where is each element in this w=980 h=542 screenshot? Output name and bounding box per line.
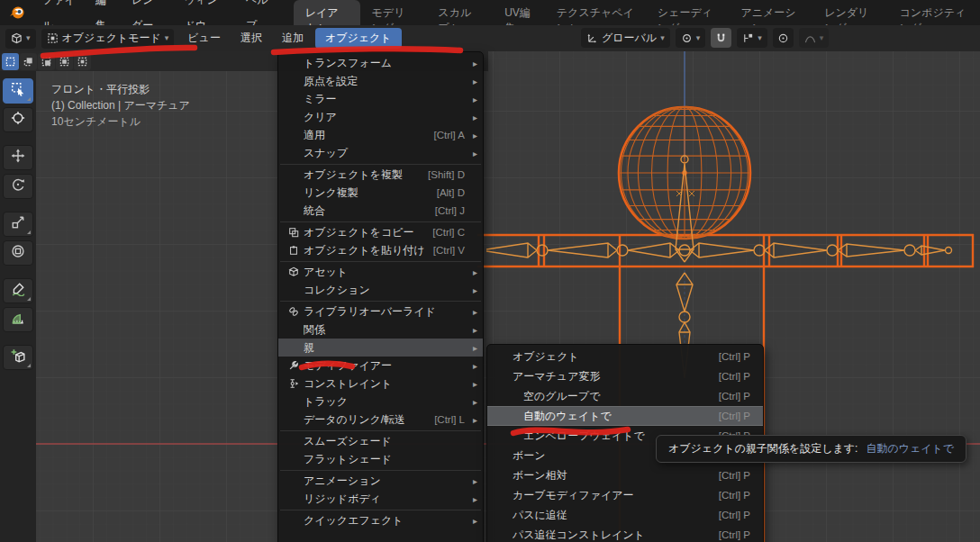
workspace-tab[interactable]: コンポジティング <box>888 0 980 25</box>
pivot-point-dropdown[interactable]: ▾ <box>676 28 706 48</box>
paste-icon <box>284 245 304 256</box>
object-menu-item[interactable]: オブジェクトを貼り付け[Ctrl] V▸ <box>278 241 483 259</box>
workspace-tab[interactable]: アニメーション <box>730 0 813 25</box>
menu-item-label: コンストレイント <box>304 376 465 392</box>
tool-scale-button[interactable] <box>3 212 33 237</box>
proportional-falloff-dropdown[interactable]: ▾ <box>799 28 830 48</box>
viewport-menu-item[interactable]: ビュー <box>177 25 231 51</box>
viewport-menu-item[interactable]: 追加 <box>272 25 313 51</box>
object-menu-item[interactable]: スムーズシェード▸ <box>278 432 483 450</box>
tool-measure-button[interactable] <box>3 307 33 332</box>
object-menu-item[interactable]: リジッドボディ▸ <box>278 490 483 508</box>
object-menu-item[interactable]: コンストレイント▸ <box>278 375 483 393</box>
workspace-tab[interactable]: テクスチャペイント <box>545 0 646 25</box>
orientation-axes-icon <box>586 32 598 44</box>
workspace-tab[interactable]: レンダリング <box>812 0 887 25</box>
object-menu-item[interactable]: オブジェクトをコピー[Ctrl] C▸ <box>278 223 483 241</box>
tool-add-cube-button[interactable] <box>3 345 33 370</box>
tool-add-cube-icon <box>11 348 25 366</box>
chevron-down-icon: ▾ <box>165 34 169 42</box>
head-sphere-wireframe[interactable] <box>619 107 750 239</box>
menu-item-label: クリア <box>304 110 465 125</box>
mode-label: オブジェクトモード <box>62 31 161 46</box>
object-menu-item[interactable]: スナップ▸ <box>278 144 483 162</box>
select-mode-extend-button[interactable] <box>20 53 37 70</box>
workspace-tab[interactable]: UV編集 <box>493 0 545 25</box>
object-menu-item[interactable]: アセット▸ <box>278 263 483 281</box>
snap-increment-icon <box>742 32 754 44</box>
object-menu-item[interactable]: ライブラリオーバーライド▸ <box>278 303 483 321</box>
tool-annotate-button[interactable] <box>3 278 33 303</box>
menu-item-label: トランスフォーム <box>304 56 465 71</box>
object-menu-item[interactable]: コレクション▸ <box>278 281 483 299</box>
select-mode-intersect-button[interactable] <box>74 53 91 70</box>
submenu-item[interactable]: パス追従コンストレイント[Ctrl] P <box>487 525 763 542</box>
viewport-menu-item[interactable]: 選択 <box>231 25 272 51</box>
tooltip-text: オブジェクトの親子関係を設定します: <box>668 441 858 456</box>
object-menu-item-parent[interactable]: 親▸ <box>278 339 483 357</box>
submenu-item-auto-weights[interactable]: 自動のウェイトで[Ctrl] P <box>487 406 763 426</box>
proportional-editing-button[interactable] <box>773 28 794 48</box>
submenu-item-label: パス追従コンストレイント <box>513 528 719 542</box>
editor-type-button[interactable]: ▾ <box>5 29 36 49</box>
select-mode-invert-button[interactable] <box>56 53 73 70</box>
snap-target-dropdown[interactable]: ▾ <box>737 28 767 48</box>
object-menu-item[interactable]: 関係▸ <box>278 321 483 339</box>
workspace-tab[interactable]: レイアウト <box>294 0 360 25</box>
submenu-item[interactable]: パスに追従[Ctrl] P <box>487 505 763 525</box>
asset-icon <box>284 266 304 277</box>
object-menu-item[interactable]: フラットシェード▸ <box>278 450 483 468</box>
transform-orientation-dropdown[interactable]: グローバル ▾ <box>581 28 670 48</box>
object-menu-item[interactable]: リンク複製[Alt] D▸ <box>278 184 483 202</box>
tool-move-icon <box>11 149 25 167</box>
object-menu-item[interactable]: データのリンク/転送[Ctrl] L▸ <box>278 411 483 429</box>
workspace-tab[interactable]: スカルプト <box>426 0 493 25</box>
object-menu-item[interactable]: トランスフォーム▸ <box>278 54 483 72</box>
select-mode-set-button[interactable] <box>2 53 19 70</box>
snap-toggle-button[interactable] <box>711 28 731 48</box>
tool-rotate-button[interactable] <box>3 174 33 199</box>
chevron-down-icon: ▾ <box>660 34 665 42</box>
menu-item-label: 適用 <box>304 128 433 143</box>
tool-move-button[interactable] <box>3 145 33 170</box>
object-menu-item[interactable]: 原点を設定▸ <box>278 72 483 90</box>
submenu-arrow-icon: ▸ <box>467 397 477 407</box>
submenu-arrow-icon: ▸ <box>467 131 477 140</box>
workspace-tab[interactable]: モデリング <box>360 0 427 25</box>
submenu-item[interactable]: カーブモディファイアー[Ctrl] P <box>487 485 763 505</box>
object-menu-item[interactable]: 適用[Ctrl] A▸ <box>278 126 483 144</box>
tool-select-box-button[interactable] <box>3 78 33 104</box>
object-menu-item[interactable]: モディファイアー▸ <box>278 357 483 375</box>
workspace-tab[interactable]: シェーディング <box>646 0 730 25</box>
object-menu-item[interactable]: オブジェクトを複製[Shift] D▸ <box>278 166 483 184</box>
copy-icon <box>284 227 304 238</box>
submenu-item-shortcut: [Ctrl] P <box>719 470 750 481</box>
chevron-down-icon: ▾ <box>758 34 762 42</box>
tool-transform-button[interactable] <box>3 240 33 266</box>
object-menu-item[interactable]: 統合[Ctrl] J▸ <box>278 202 483 220</box>
object-menu-item[interactable]: クイックエフェクト▸ <box>278 511 483 529</box>
submenu-item[interactable]: オブジェクト[Ctrl] P <box>487 347 763 366</box>
menu-item-label: スムーズシェード <box>304 434 465 449</box>
object-menu-button[interactable]: オブジェクト <box>315 28 402 49</box>
select-mode-subtract-button[interactable] <box>38 53 55 70</box>
menu-item-label: オブジェクトを複製 <box>304 167 428 183</box>
submenu-item[interactable]: 空のグループで[Ctrl] P <box>487 386 763 406</box>
menu-item-shortcut: [Ctrl] C <box>432 227 465 238</box>
submenu-item[interactable]: アーマチュア変形[Ctrl] P <box>487 366 763 386</box>
object-menu-item[interactable]: ミラー▸ <box>278 90 483 108</box>
submenu-arrow-icon: ▸ <box>467 77 477 86</box>
viewport-header: ▾ オブジェクトモード ▾ ビュー選択追加 オブジェクト グローバル ▾ ▾ <box>0 25 980 51</box>
object-mode-icon <box>47 32 59 44</box>
workspace-tabs: レイアウトモデリングスカルプトUV編集テクスチャペイントシェーディングアニメーシ… <box>294 0 980 25</box>
pivot-point-icon <box>681 32 693 44</box>
object-menu-item[interactable]: トラック▸ <box>278 393 483 411</box>
mode-dropdown[interactable]: オブジェクトモード ▾ <box>41 29 175 49</box>
wrench-icon <box>284 360 304 371</box>
object-menu-item[interactable]: クリア▸ <box>278 108 483 126</box>
object-menu-item[interactable]: アニメーション▸ <box>278 472 483 490</box>
menu-item-label: アニメーション <box>304 474 465 489</box>
tool-cursor-button[interactable] <box>3 107 33 132</box>
submenu-item[interactable]: ボーン相対[Ctrl] P <box>487 465 763 485</box>
tool-select-box-icon <box>11 82 25 100</box>
